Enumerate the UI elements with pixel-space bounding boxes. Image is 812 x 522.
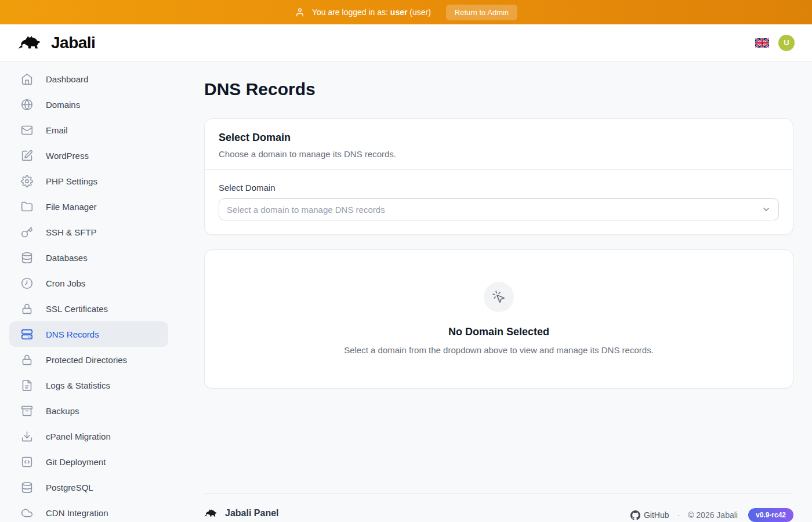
sidebar-item-wordpress[interactable]: WordPress — [9, 143, 168, 168]
sidebar-item-email[interactable]: Email — [9, 117, 168, 143]
sidebar-item-label: SSL Certificates — [46, 304, 108, 314]
sidebar-item-label: PHP Settings — [46, 176, 97, 186]
footer-separator: · — [677, 510, 680, 520]
sidebar-item-file-manager[interactable]: File Manager — [9, 194, 168, 219]
sidebar-item-cron-jobs[interactable]: Cron Jobs — [9, 270, 168, 296]
sidebar-item-logs-statistics[interactable]: Logs & Statistics — [9, 372, 168, 398]
logged-in-role: (user) — [409, 8, 431, 17]
archive-icon — [21, 405, 33, 417]
select-domain-card-title: Select Domain — [219, 132, 779, 144]
sidebar-item-label: DNS Records — [46, 329, 99, 339]
github-icon — [630, 510, 640, 520]
brand-name: Jabali — [51, 34, 95, 52]
sidebar-item-label: Protected Directories — [46, 355, 127, 365]
sidebar: Dashboard Domains Email WordPress PHP Se — [0, 61, 186, 522]
empty-state-message: Select a domain from the dropdown above … — [344, 344, 654, 356]
domain-select-label: Select Domain — [219, 183, 779, 193]
app-header: Jabali U — [0, 24, 812, 61]
sidebar-item-ssh-sftp[interactable]: SSH & SFTP — [9, 219, 168, 245]
select-domain-card: Select Domain Choose a domain to manage … — [204, 118, 793, 235]
code-square-icon — [21, 456, 33, 468]
logged-in-message: You are logged in as: user (user) — [312, 8, 431, 17]
sidebar-item-label: File Manager — [46, 202, 97, 212]
footer: Jabali Panel GitHub · © 2026 Jabali v0.9… — [204, 493, 793, 522]
return-to-admin-button[interactable]: Return to Admin — [446, 5, 517, 20]
sidebar-item-protected-directories[interactable]: Protected Directories — [9, 347, 168, 372]
domain-select-placeholder: Select a domain to manage DNS records — [227, 205, 385, 215]
impersonation-banner: You are logged in as: user (user) Return… — [0, 0, 812, 24]
lock-icon — [21, 354, 33, 366]
sidebar-item-label: WordPress — [46, 151, 89, 161]
mouse-pointer-click-icon — [484, 282, 514, 312]
sidebar-item-domains[interactable]: Domains — [9, 92, 168, 117]
sidebar-item-label: Logs & Statistics — [46, 380, 110, 390]
globe-icon — [21, 99, 33, 111]
sidebar-item-label: Email — [46, 125, 68, 135]
sidebar-item-databases[interactable]: Databases — [9, 245, 168, 270]
key-icon — [21, 226, 33, 238]
main-content: DNS Records Select Domain Choose a domai… — [186, 61, 812, 522]
avatar[interactable]: U — [778, 35, 795, 51]
sidebar-item-label: Git Deployment — [46, 457, 106, 467]
sidebar-item-php-settings[interactable]: PHP Settings — [9, 168, 168, 194]
sidebar-item-dashboard[interactable]: Dashboard — [9, 66, 168, 92]
sidebar-item-backups[interactable]: Backups — [9, 398, 168, 423]
sidebar-item-cdn-integration[interactable]: CDN Integration — [9, 500, 168, 522]
select-domain-card-subtitle: Choose a domain to manage its DNS record… — [219, 149, 779, 159]
sidebar-item-label: Cron Jobs — [46, 278, 85, 288]
sidebar-item-label: Domains — [46, 100, 80, 110]
sidebar-item-label: PostgreSQL — [46, 483, 93, 492]
cloud-icon — [21, 507, 33, 519]
database-icon — [21, 481, 33, 494]
sidebar-item-label: SSH & SFTP — [46, 227, 97, 237]
sidebar-item-label: cPanel Migration — [46, 432, 111, 441]
database-icon — [21, 252, 33, 264]
footer-brand: Jabali Panel — [225, 508, 279, 519]
edit-square-icon — [21, 150, 33, 162]
empty-state-title: No Domain Selected — [448, 326, 549, 338]
mail-icon — [21, 124, 33, 136]
home-icon — [21, 73, 33, 85]
user-icon — [295, 7, 305, 17]
file-text-icon — [21, 379, 33, 392]
github-link[interactable]: GitHub — [630, 510, 669, 520]
sidebar-item-label: Backups — [46, 406, 79, 416]
page-title: DNS Records — [204, 79, 793, 100]
sidebar-item-git-deployment[interactable]: Git Deployment — [9, 449, 168, 474]
boar-logo-icon — [17, 34, 45, 52]
sidebar-item-label: Databases — [46, 253, 88, 263]
sidebar-item-postgresql[interactable]: PostgreSQL — [9, 474, 168, 500]
sidebar-item-dns-records[interactable]: DNS Records — [9, 321, 168, 347]
lock-icon — [21, 303, 33, 315]
clock-icon — [21, 277, 33, 289]
folder-icon — [21, 201, 33, 213]
boar-logo-icon — [204, 508, 219, 519]
version-badge: v0.9-rc42 — [748, 508, 793, 522]
sidebar-item-label: Dashboard — [46, 74, 88, 84]
uk-flag-icon[interactable] — [755, 38, 769, 48]
empty-state-card: No Domain Selected Select a domain from … — [204, 249, 793, 389]
server-icon — [21, 328, 33, 340]
domain-select-dropdown[interactable]: Select a domain to manage DNS records — [219, 198, 779, 220]
logged-in-username: user — [390, 8, 408, 17]
sidebar-item-ssl-certificates[interactable]: SSL Certificates — [9, 296, 168, 321]
download-icon — [21, 430, 33, 443]
chevron-down-icon — [762, 205, 771, 214]
gear-icon — [21, 175, 33, 187]
github-label: GitHub — [644, 510, 669, 520]
copyright-text: © 2026 Jabali — [688, 510, 738, 520]
sidebar-item-cpanel-migration[interactable]: cPanel Migration — [9, 423, 168, 449]
sidebar-item-label: CDN Integration — [46, 508, 108, 518]
brand: Jabali — [17, 34, 95, 52]
